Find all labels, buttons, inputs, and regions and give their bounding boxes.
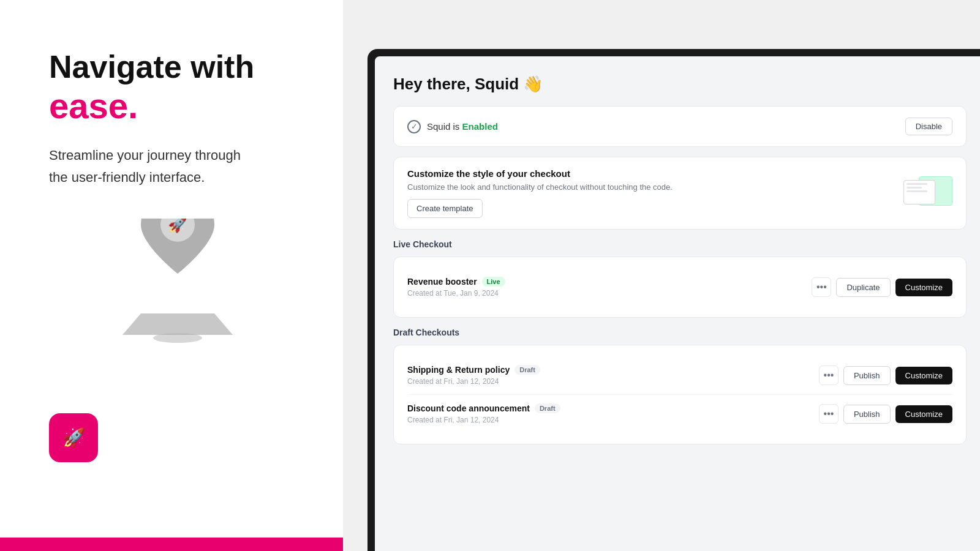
more-dots-icon: ••• — [816, 282, 827, 293]
live-checkout-created: Created at Tue, Jan 9, 2024 — [407, 289, 505, 298]
left-panel: Navigate with ease. Streamline your jour… — [0, 0, 343, 551]
status-label: Squid is — [427, 121, 459, 132]
subtitle-line2: the user-friendly interface. — [49, 170, 205, 185]
svg-point-3 — [153, 333, 202, 343]
disable-button[interactable]: Disable — [905, 118, 952, 135]
svg-text:🚀: 🚀 — [168, 219, 188, 234]
publish-button-0[interactable]: Publish — [843, 366, 891, 385]
status-text: Squid is Enabled — [427, 121, 498, 132]
live-more-button[interactable]: ••• — [812, 277, 831, 297]
draft-checkout-info-0: Shipping & Return policy Draft Created a… — [407, 365, 540, 386]
bottom-bar — [0, 538, 343, 551]
draft-badge-0: Draft — [514, 365, 540, 375]
publish-button-1[interactable]: Publish — [843, 405, 891, 424]
more-dots-icon-0: ••• — [824, 370, 834, 381]
live-checkout-info: Revenue booster Live Created at Tue, Jan… — [407, 277, 505, 298]
status-value: Enabled — [462, 121, 498, 132]
template-preview — [903, 176, 952, 210]
rocket-icon: 🚀 — [59, 423, 88, 452]
live-checkout-row-0: Revenue booster Live Created at Tue, Jan… — [407, 268, 952, 306]
draft-checkouts-card: Shipping & Return policy Draft Created a… — [393, 345, 967, 444]
preview-line-1 — [907, 183, 927, 185]
draft-checkout-created-1: Created at Fri, Jan 12, 2024 — [407, 416, 560, 424]
laptop-frame: Hey there, Squid 👋 ✓ Squid is Enabled Di… — [368, 49, 980, 551]
draft-more-button-0[interactable]: ••• — [819, 365, 839, 385]
map-svg: 🚀 — [110, 219, 245, 347]
live-section-label: Live Checkout — [393, 239, 967, 249]
draft-section-label: Draft Checkouts — [393, 328, 967, 337]
check-icon: ✓ — [407, 120, 421, 133]
headline: Navigate with ease. — [49, 49, 306, 144]
draft-checkout-row-1: Discount code announcement Draft Created… — [407, 394, 952, 433]
customize-title: Customize the style of your checkout — [407, 168, 673, 179]
preview-line-3 — [907, 190, 927, 192]
draft-customize-button-1[interactable]: Customize — [895, 405, 952, 423]
draft-customize-button-0[interactable]: Customize — [895, 367, 952, 384]
greeting: Hey there, Squid 👋 — [393, 75, 967, 94]
draft-checkout-name-1: Discount code announcement Draft — [407, 403, 560, 413]
draft-checkout-name-0: Shipping & Return policy Draft — [407, 365, 540, 375]
draft-row-actions-1: ••• Publish Customize — [819, 404, 952, 424]
live-checkouts-card: Revenue booster Live Created at Tue, Jan… — [393, 257, 967, 318]
create-template-button[interactable]: Create template — [407, 199, 483, 218]
live-customize-button[interactable]: Customize — [895, 279, 952, 296]
draft-more-button-1[interactable]: ••• — [819, 404, 839, 424]
more-dots-icon-1: ••• — [824, 408, 834, 419]
customize-text: Customize the style of your checkout Cus… — [407, 168, 673, 218]
status-left: ✓ Squid is Enabled — [407, 120, 498, 133]
preview-card-front — [903, 180, 935, 204]
laptop-screen: Hey there, Squid 👋 ✓ Squid is Enabled Di… — [375, 56, 980, 551]
svg-text:🚀: 🚀 — [62, 427, 86, 449]
live-row-actions: ••• Duplicate Customize — [812, 277, 952, 297]
draft-checkout-created-0: Created at Fri, Jan 12, 2024 — [407, 377, 540, 386]
headline-line1: Navigate with — [49, 49, 254, 84]
draft-row-actions-0: ••• Publish Customize — [819, 365, 952, 385]
headline-pink: ease. — [49, 86, 306, 127]
live-checkout-name: Revenue booster Live — [407, 277, 505, 287]
duplicate-button[interactable]: Duplicate — [836, 278, 890, 297]
live-badge: Live — [482, 277, 505, 287]
subtitle: Streamline your journey through the user… — [49, 144, 306, 187]
map-illustration: 🚀 — [49, 219, 306, 347]
draft-checkout-row-0: Shipping & Return policy Draft Created a… — [407, 356, 952, 394]
right-panel: Hey there, Squid 👋 ✓ Squid is Enabled Di… — [343, 0, 980, 551]
svg-marker-2 — [123, 313, 233, 335]
status-card: ✓ Squid is Enabled Disable — [393, 106, 967, 147]
preview-line-2 — [907, 187, 922, 189]
app-icon: 🚀 — [49, 413, 98, 462]
customize-style-card: Customize the style of your checkout Cus… — [393, 157, 967, 230]
customize-description: Customize the look and functionality of … — [407, 182, 673, 192]
subtitle-line1: Streamline your journey through — [49, 148, 241, 163]
draft-checkout-info-1: Discount code announcement Draft Created… — [407, 403, 560, 424]
draft-badge-1: Draft — [535, 403, 560, 413]
